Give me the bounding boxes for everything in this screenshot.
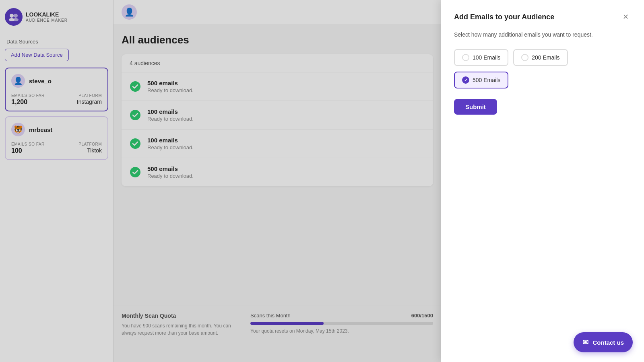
radio-200	[521, 54, 528, 61]
option-100-label: 100 Emails	[473, 54, 500, 61]
contact-us-button[interactable]: ✉ Contact us	[574, 332, 633, 352]
mail-icon: ✉	[582, 338, 588, 347]
radio-100	[462, 54, 469, 61]
option-500-label: 500 Emails	[473, 77, 500, 83]
close-panel-button[interactable]: ✕	[620, 11, 631, 23]
panel-title: Add Emails to your Audience	[454, 13, 554, 21]
panel-header: Add Emails to your Audience ✕	[454, 11, 631, 23]
email-options-row: 100 Emails 200 Emails	[454, 49, 631, 66]
option-200-label: 200 Emails	[532, 54, 559, 61]
panel-description: Select how many additional emails you wa…	[454, 31, 631, 38]
email-options-row-2: 500 Emails	[454, 72, 631, 88]
option-500-emails[interactable]: 500 Emails	[454, 72, 508, 88]
side-panel: Add Emails to your Audience ✕ Select how…	[441, 0, 644, 362]
radio-500	[462, 76, 469, 84]
option-100-emails[interactable]: 100 Emails	[454, 49, 508, 66]
contact-label: Contact us	[592, 339, 624, 346]
option-200-emails[interactable]: 200 Emails	[513, 49, 568, 66]
submit-button[interactable]: Submit	[454, 99, 497, 115]
